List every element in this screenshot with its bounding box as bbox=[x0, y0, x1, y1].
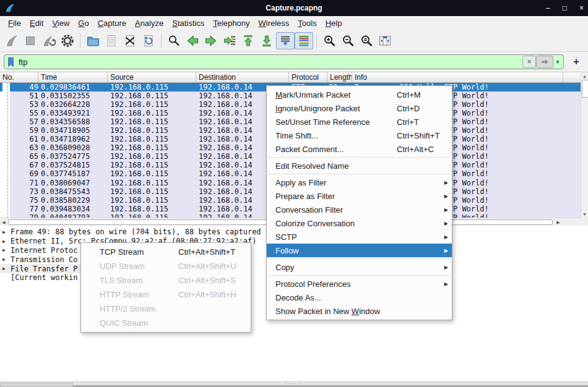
cell-source: 192.168.0.115 bbox=[108, 161, 196, 169]
toolbar-separator bbox=[161, 33, 162, 48]
menu-item-mark-unmark-packet[interactable]: Mark/Unmark PacketCtrl+M bbox=[267, 88, 452, 101]
menu-separator bbox=[267, 174, 451, 174]
menu-go[interactable]: Go bbox=[74, 17, 93, 29]
menu-item-ignore-unignore-packet[interactable]: Ignore/Unignore PacketCtrl+D bbox=[267, 101, 452, 115]
cell-time: 0.037745187 bbox=[38, 169, 108, 178]
column-header-source[interactable]: Source bbox=[108, 72, 196, 82]
close-button[interactable]: × bbox=[577, 3, 586, 13]
cell-filler bbox=[563, 213, 581, 218]
menu-item-decode-as[interactable]: Decode As... bbox=[267, 291, 452, 304]
scroll-down-icon[interactable]: ▼ bbox=[581, 210, 588, 218]
filter-apply-icon[interactable] bbox=[536, 56, 553, 68]
scroll-up-icon[interactable]: ▲ bbox=[581, 72, 588, 80]
menu-item-colorize-conversation[interactable]: Colorize Conversation bbox=[267, 216, 452, 230]
filter-add-button[interactable]: + bbox=[570, 56, 582, 68]
row-gutter bbox=[0, 196, 10, 205]
cell-time: 0.034718962 bbox=[38, 135, 108, 143]
go-to-top-icon[interactable] bbox=[239, 32, 257, 49]
submenu-arrow-icon bbox=[441, 248, 448, 253]
menu-item-copy[interactable]: Copy bbox=[267, 260, 452, 274]
menu-file[interactable]: File bbox=[4, 17, 25, 29]
expander-icon[interactable]: ▶ bbox=[2, 247, 11, 253]
expander-icon[interactable]: ▶ bbox=[2, 239, 11, 244]
filter-dropdown-icon[interactable]: ▾ bbox=[553, 56, 562, 67]
scroll-left-icon[interactable]: ◀ bbox=[0, 219, 7, 226]
capture-start-icon[interactable] bbox=[2, 32, 21, 49]
cell-filler bbox=[563, 179, 581, 187]
filter-clear-icon[interactable]: × bbox=[522, 56, 536, 68]
cell-time: 0.033493921 bbox=[38, 109, 108, 117]
capture-restart-icon[interactable] bbox=[40, 32, 58, 49]
file-close-icon[interactable] bbox=[121, 32, 139, 49]
menu-item-show-packet-in-new-window[interactable]: Show Packet in New Window bbox=[267, 304, 452, 318]
cell-source: 192.168.0.115 bbox=[108, 213, 196, 218]
menu-item-packet-comment[interactable]: Packet Comment...Ctrl+Alt+C bbox=[267, 142, 452, 156]
menu-item-apply-as-filter[interactable]: Apply as Filter bbox=[267, 176, 452, 189]
cell-time: 0.038475543 bbox=[38, 187, 108, 196]
column-header-info[interactable]: Info bbox=[352, 72, 563, 82]
expander-icon[interactable]: ▶ bbox=[2, 266, 11, 271]
go-to-packet-icon[interactable] bbox=[220, 32, 239, 49]
menu-help[interactable]: Help bbox=[321, 17, 347, 29]
bottom-scrollbar-thumb[interactable] bbox=[0, 383, 73, 387]
cell-filler bbox=[563, 126, 581, 135]
zoom-100-icon[interactable] bbox=[357, 32, 376, 49]
cell-no: 69 bbox=[10, 169, 38, 178]
go-to-bottom-icon[interactable] bbox=[257, 32, 276, 49]
menu-item-edit-resolved-name[interactable]: Edit Resolved Name bbox=[267, 159, 452, 172]
menu-tools[interactable]: Tools bbox=[293, 17, 321, 29]
auto-scroll-toggle-icon[interactable] bbox=[276, 32, 295, 49]
menu-telephony[interactable]: Telephony bbox=[209, 17, 254, 29]
menu-item-prepare-as-filter[interactable]: Prepare as Filter bbox=[267, 189, 452, 203]
expander-icon[interactable]: ▶ bbox=[2, 257, 11, 262]
column-header-time[interactable]: Time bbox=[38, 72, 108, 82]
cell-source: 192.168.0.115 bbox=[108, 205, 196, 213]
file-save-icon[interactable] bbox=[102, 32, 121, 49]
menu-item-time-shift[interactable]: Time Shift...Ctrl+Shift+T bbox=[267, 129, 452, 142]
display-filter-box[interactable]: × ▾ bbox=[4, 54, 564, 69]
menu-item-follow[interactable]: Follow bbox=[267, 244, 452, 257]
menu-item-protocol-preferences[interactable]: Protocol Preferences bbox=[267, 277, 452, 291]
column-header-length[interactable]: Length bbox=[327, 72, 352, 82]
menu-item-conversation-filter[interactable]: Conversation Filter bbox=[267, 203, 452, 216]
file-open-icon[interactable] bbox=[84, 32, 102, 49]
menu-item-sctp[interactable]: SCTP bbox=[267, 230, 452, 244]
submenu-item-tcp-stream[interactable]: TCP StreamCtrl+Alt+Shift+T bbox=[81, 245, 251, 259]
vscrollbar-thumb[interactable] bbox=[582, 80, 588, 98]
find-packet-icon[interactable] bbox=[165, 32, 183, 49]
shortcut: Ctrl+Alt+Shift+U bbox=[178, 262, 244, 271]
maximize-button[interactable]: □ bbox=[561, 3, 569, 13]
colorize-toggle-icon[interactable] bbox=[295, 32, 313, 49]
filter-bookmark-icon[interactable] bbox=[7, 57, 15, 67]
capture-options-icon[interactable] bbox=[58, 32, 77, 49]
minimize-button[interactable]: – bbox=[544, 3, 552, 13]
shortcut: Ctrl+M bbox=[397, 90, 441, 100]
window-title: Capture.pcapng bbox=[0, 4, 588, 12]
menu-view[interactable]: View bbox=[48, 17, 74, 29]
shortcut: Ctrl+Alt+C bbox=[397, 145, 441, 154]
go-back-icon[interactable] bbox=[183, 32, 202, 49]
zoom-in-icon[interactable] bbox=[320, 32, 339, 49]
go-forward-icon[interactable] bbox=[202, 32, 220, 49]
packet-list-vscrollbar[interactable]: ▲ ▼ bbox=[581, 72, 588, 218]
capture-stop-icon[interactable] bbox=[21, 32, 40, 49]
menu-statistics[interactable]: Statistics bbox=[168, 17, 209, 29]
menu-analyze[interactable]: Analyze bbox=[131, 17, 168, 29]
menu-capture[interactable]: Capture bbox=[93, 17, 131, 29]
expander-icon[interactable]: ▶ bbox=[2, 229, 11, 235]
column-header-no[interactable]: No. bbox=[0, 72, 38, 82]
column-header-protocol[interactable]: Protocol bbox=[289, 72, 327, 82]
menu-edit[interactable]: Edit bbox=[25, 17, 48, 29]
toolbar-separator bbox=[80, 33, 80, 48]
menu-item-set-unset-time-reference[interactable]: Set/Unset Time ReferenceCtrl+T bbox=[267, 115, 452, 129]
resize-columns-icon[interactable] bbox=[376, 32, 394, 49]
zoom-out-icon[interactable] bbox=[339, 32, 357, 49]
file-reload-icon[interactable] bbox=[139, 32, 158, 49]
shortcut: Ctrl+Alt+Shift+T bbox=[178, 247, 244, 257]
scroll-right-icon[interactable]: ▶ bbox=[555, 219, 562, 226]
menu-wireless[interactable]: Wireless bbox=[254, 17, 294, 29]
detail-text: Transmission Co bbox=[11, 255, 77, 264]
display-filter-input[interactable] bbox=[15, 57, 522, 67]
column-header-destination[interactable]: Destination bbox=[196, 72, 289, 82]
cell-source: 192.168.0.115 bbox=[108, 126, 196, 135]
